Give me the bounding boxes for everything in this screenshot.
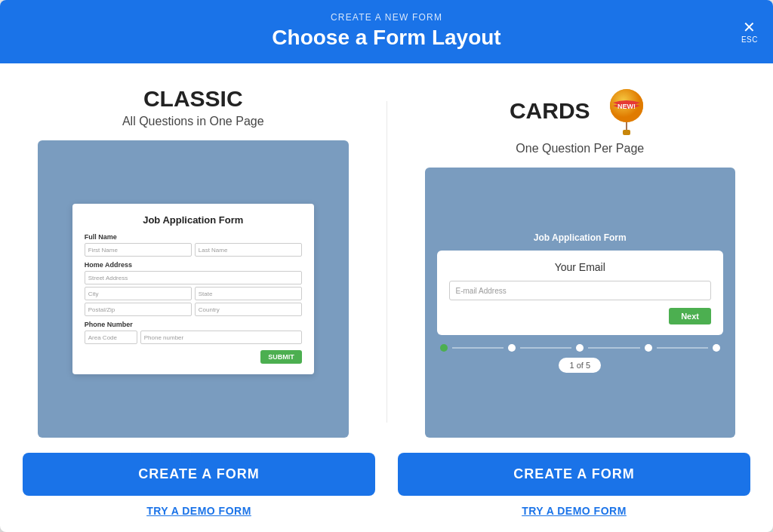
close-button[interactable]: ✕ ESC bbox=[741, 20, 758, 44]
modal-body: CLASSIC All Questions in One Page Job Ap… bbox=[0, 63, 773, 453]
svg-rect-4 bbox=[623, 130, 630, 135]
cards-bottom: CREATE A FORM TRY A DEMO FORM bbox=[398, 453, 750, 517]
area-code-field: Area Code bbox=[85, 331, 137, 344]
cards-inner-preview: Job Application Form Your Email E-mail A… bbox=[437, 232, 724, 373]
card-question: Your Email E-mail Address Next bbox=[437, 251, 724, 335]
phone-row: Area Code Phone number bbox=[85, 331, 302, 344]
phone-field: Phone number bbox=[140, 331, 302, 344]
classic-form-title: Job Application Form bbox=[85, 214, 302, 226]
cards-demo-link[interactable]: TRY A DEMO FORM bbox=[522, 505, 627, 517]
classic-preview-box: Job Application Form Full Name First Nam… bbox=[38, 140, 349, 438]
vertical-divider bbox=[386, 101, 387, 423]
cards-create-button[interactable]: CREATE A FORM bbox=[398, 453, 750, 496]
bottom-section: CREATE A FORM TRY A DEMO FORM CREATE A F… bbox=[0, 453, 773, 532]
svg-text:NEW!: NEW! bbox=[617, 103, 636, 110]
postal-field: Postal/Zip bbox=[85, 303, 192, 316]
classic-bottom: CREATE A FORM TRY A DEMO FORM bbox=[23, 453, 375, 517]
classic-title: CLASSIC bbox=[143, 86, 243, 112]
progress-line-4 bbox=[657, 347, 708, 349]
cards-preview-box: Job Application Form Your Email E-mail A… bbox=[425, 168, 736, 438]
submit-row: SUBMIT bbox=[85, 350, 302, 364]
country-field: Country bbox=[195, 303, 302, 316]
modal: CREATE A NEW FORM Choose a Form Layout ✕… bbox=[0, 0, 773, 532]
progress-line-3 bbox=[588, 347, 639, 349]
cards-subtitle: One Question Per Page bbox=[516, 142, 644, 155]
card-next-row: Next bbox=[449, 308, 712, 324]
classic-option: CLASSIC All Questions in One Page Job Ap… bbox=[23, 86, 364, 438]
postal-country-row: Postal/Zip Country bbox=[85, 303, 302, 316]
cards-form-title: Job Application Form bbox=[437, 232, 724, 243]
new-badge-icon: NEW! bbox=[598, 86, 651, 139]
new-badge-container: NEW! bbox=[598, 86, 651, 139]
cards-title: CARDS bbox=[510, 98, 590, 124]
progress-dot-2 bbox=[508, 344, 516, 352]
progress-row bbox=[437, 344, 724, 352]
classic-create-button[interactable]: CREATE A FORM bbox=[23, 453, 375, 496]
card-next-button[interactable]: Next bbox=[669, 308, 711, 324]
home-address-label: Home Address bbox=[85, 261, 302, 269]
city-state-row: City State bbox=[85, 287, 302, 300]
cards-option: CARDS NEW! bbox=[410, 86, 751, 438]
progress-dot-5 bbox=[713, 344, 720, 352]
progress-line-2 bbox=[520, 347, 571, 349]
progress-dot-1 bbox=[440, 344, 448, 352]
progress-dot-4 bbox=[645, 344, 652, 352]
city-field: City bbox=[85, 287, 192, 300]
page-indicator: 1 of 5 bbox=[559, 358, 601, 373]
submit-button[interactable]: SUBMIT bbox=[260, 350, 302, 364]
name-row: First Name Last Name bbox=[85, 243, 302, 257]
esc-label: ESC bbox=[741, 36, 758, 44]
state-field: State bbox=[195, 287, 302, 300]
progress-line-1 bbox=[452, 347, 504, 349]
classic-subtitle: All Questions in One Page bbox=[122, 115, 264, 128]
classic-demo-link[interactable]: TRY A DEMO FORM bbox=[146, 505, 251, 517]
last-name-field: Last Name bbox=[195, 243, 302, 257]
classic-form-preview: Job Application Form Full Name First Nam… bbox=[72, 204, 314, 374]
phone-label: Phone Number bbox=[85, 321, 302, 328]
first-name-field: First Name bbox=[85, 243, 192, 257]
progress-dot-3 bbox=[576, 344, 584, 352]
street-field: Street Address bbox=[85, 271, 302, 284]
cards-title-row: CARDS NEW! bbox=[510, 86, 651, 139]
modal-subtitle: CREATE A NEW FORM bbox=[18, 12, 755, 23]
modal-header: CREATE A NEW FORM Choose a Form Layout ✕… bbox=[0, 0, 773, 63]
full-name-label: Full Name bbox=[85, 233, 302, 241]
card-email-input: E-mail Address bbox=[449, 281, 712, 300]
close-icon: ✕ bbox=[743, 19, 756, 35]
card-question-label: Your Email bbox=[449, 261, 712, 273]
modal-title: Choose a Form Layout bbox=[18, 26, 755, 50]
